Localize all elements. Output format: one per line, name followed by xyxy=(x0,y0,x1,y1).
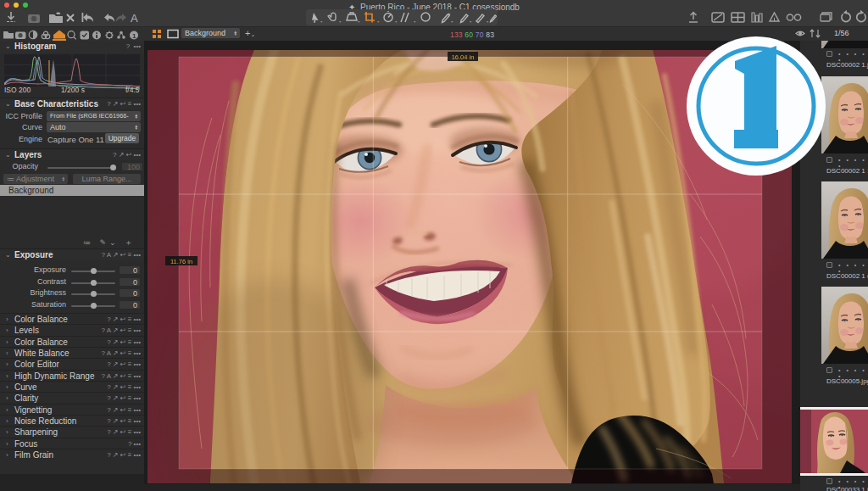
svg-text:f/4.5: f/4.5 xyxy=(125,86,140,93)
svg-text:16.04 in: 16.04 in xyxy=(452,53,475,61)
svg-text:A: A xyxy=(131,12,138,25)
svg-text:1/200 s: 1/200 s xyxy=(61,86,85,93)
svg-text:1: 1 xyxy=(132,32,136,40)
svg-text:11.76 in: 11.76 in xyxy=(170,258,192,265)
svg-text:ISO 200: ISO 200 xyxy=(4,86,31,93)
